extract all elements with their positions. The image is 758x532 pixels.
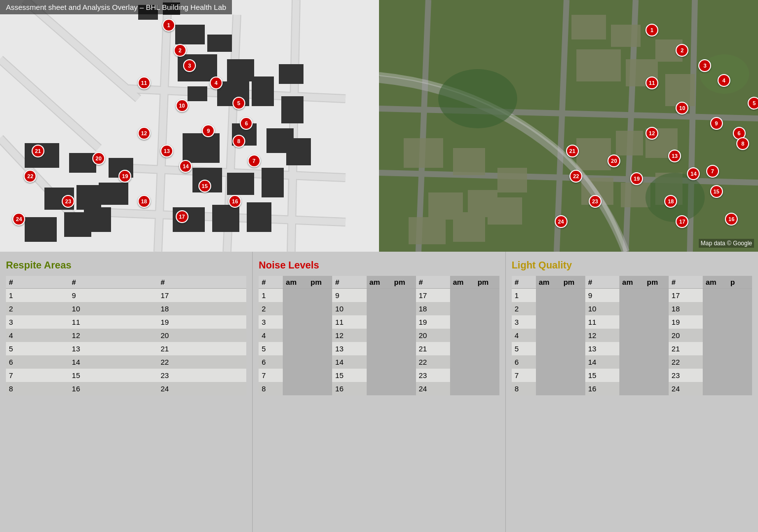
marker-left-3: 3	[183, 59, 196, 72]
table-row: 51321	[6, 342, 246, 355]
marker-right-15: 15	[710, 185, 723, 198]
marker-right-24: 24	[555, 215, 568, 228]
schematic-map: Assessment sheet and Analysis Overlay – …	[0, 0, 379, 252]
marker-right-10: 10	[676, 102, 688, 114]
marker-right-1: 1	[645, 24, 658, 37]
respite-col-2: #	[69, 276, 158, 289]
respite-table: # # # 1917210183111941220513216142271523…	[6, 276, 246, 395]
svg-rect-23	[188, 86, 207, 101]
table-row: 61422	[512, 355, 752, 369]
light-table-block: Light Quality # am pm # am pm # am p 191…	[506, 252, 758, 532]
marker-right-18: 18	[664, 195, 677, 208]
light-col-pm-3: p	[727, 276, 752, 289]
respite-title: Respite Areas	[6, 260, 246, 271]
marker-right-23: 23	[589, 195, 602, 208]
marker-left-17: 17	[176, 210, 189, 223]
marker-right-13: 13	[668, 150, 681, 162]
table-row: 1917	[6, 289, 246, 303]
svg-rect-25	[252, 76, 274, 106]
light-col-am-3: am	[703, 276, 727, 289]
noise-col-am-1: am	[283, 276, 307, 289]
marker-left-10: 10	[176, 99, 189, 112]
table-row: 71523	[512, 369, 752, 382]
light-col-pm-2: pm	[644, 276, 669, 289]
svg-rect-36	[212, 205, 239, 232]
marker-left-16: 16	[228, 195, 241, 208]
svg-rect-42	[25, 217, 57, 242]
table-row: 71523	[259, 369, 499, 382]
table-row: 31119	[259, 315, 499, 329]
noise-col-pm-3: pm	[475, 276, 499, 289]
table-row: 21018	[259, 302, 499, 315]
light-col-hash-3: #	[669, 276, 703, 289]
marker-right-17: 17	[676, 215, 688, 228]
marker-left-6: 6	[240, 117, 253, 130]
marker-left-12: 12	[138, 127, 151, 140]
table-row: 41220	[6, 329, 246, 342]
marker-left-13: 13	[160, 145, 173, 157]
marker-right-20: 20	[607, 154, 620, 167]
table-row: 31119	[512, 315, 752, 329]
table-row: 51321	[259, 342, 499, 355]
respite-col-3: #	[157, 276, 246, 289]
table-row: 81624	[512, 382, 752, 395]
marker-left-22: 22	[24, 170, 37, 183]
noise-table-block: Noise Levels # am pm # am pm # am pm 191…	[253, 252, 505, 532]
marker-left-21: 21	[32, 145, 44, 157]
marker-right-4: 4	[718, 74, 730, 87]
light-col-hash-1: #	[512, 276, 536, 289]
svg-rect-34	[286, 138, 311, 165]
light-col-hash-2: #	[585, 276, 619, 289]
marker-left-20: 20	[92, 152, 105, 165]
noise-table: # am pm # am pm # am pm 1917210183111941…	[259, 276, 499, 395]
noise-col-pm-2: pm	[391, 276, 416, 289]
marker-right-14: 14	[687, 167, 700, 180]
marker-left-11: 11	[138, 76, 151, 89]
svg-rect-72	[409, 217, 446, 244]
table-row: 31119	[6, 315, 246, 329]
respite-table-block: Respite Areas # # # 19172101831119412205…	[0, 252, 253, 532]
svg-rect-74	[497, 168, 527, 192]
tables-section: Respite Areas # # # 19172101831119412205…	[0, 252, 758, 532]
marker-right-22: 22	[569, 170, 582, 183]
marker-right-3: 3	[698, 59, 711, 72]
schematic-svg	[0, 0, 379, 252]
light-col-am-2: am	[619, 276, 644, 289]
svg-rect-19	[175, 25, 205, 44]
satellite-bg	[379, 0, 758, 252]
table-row: 61422	[259, 355, 499, 369]
svg-line-15	[291, 0, 296, 252]
svg-rect-73	[453, 212, 485, 242]
svg-rect-57	[611, 25, 641, 47]
svg-point-76	[438, 69, 517, 128]
marker-right-8: 8	[736, 137, 749, 150]
light-col-pm-1: pm	[561, 276, 585, 289]
svg-rect-61	[665, 74, 695, 106]
noise-col-hash-1: #	[259, 276, 283, 289]
respite-col-1: #	[6, 276, 69, 289]
svg-rect-33	[262, 168, 284, 197]
table-row: 81624	[259, 382, 499, 395]
marker-left-8: 8	[232, 135, 245, 148]
noise-col-pm-1: pm	[307, 276, 332, 289]
marker-left-23: 23	[62, 195, 75, 208]
svg-rect-37	[247, 202, 271, 232]
noise-col-am-3: am	[450, 276, 475, 289]
marker-right-12: 12	[645, 127, 658, 140]
svg-rect-30	[183, 133, 220, 163]
noise-col-hash-2: #	[332, 276, 366, 289]
marker-right-9: 9	[710, 117, 723, 130]
table-row: 1917	[512, 289, 752, 303]
map-title: Assessment sheet and Analysis Overlay – …	[0, 0, 232, 14]
table-row: 41220	[259, 329, 499, 342]
marker-right-5: 5	[748, 97, 758, 110]
table-row: 21018	[6, 302, 246, 315]
map-credit: Map data © Google	[699, 239, 754, 248]
marker-left-1: 1	[162, 19, 175, 32]
svg-rect-32	[227, 173, 254, 195]
satellite-map: Map data © Google 1234567891011121314151…	[379, 0, 758, 252]
table-row: 41220	[512, 329, 752, 342]
marker-left-2: 2	[174, 44, 187, 57]
marker-right-7: 7	[706, 165, 719, 178]
marker-left-24: 24	[12, 213, 25, 226]
